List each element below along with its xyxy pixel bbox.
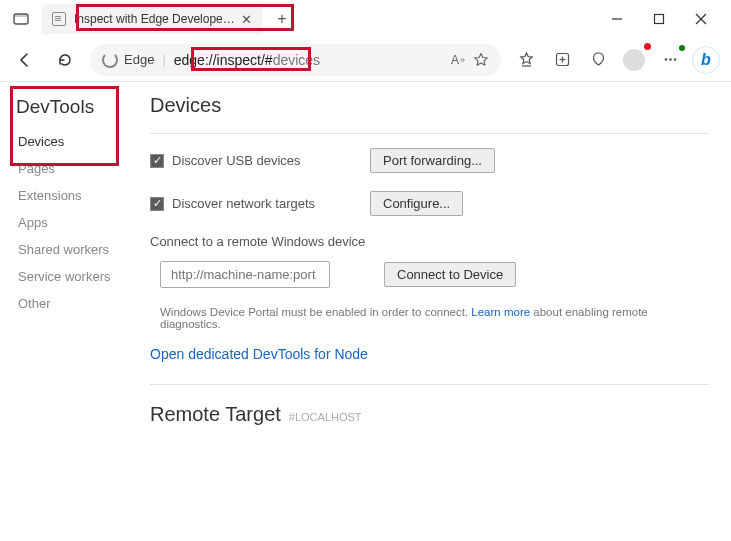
sidebar-item-other[interactable]: Other bbox=[16, 290, 136, 317]
divider bbox=[150, 384, 709, 385]
sidebar-item-pages[interactable]: Pages bbox=[16, 155, 136, 182]
url-text: edge://inspect/#devices bbox=[174, 52, 443, 68]
sidebar-item-extensions[interactable]: Extensions bbox=[16, 182, 136, 209]
bing-chat-button[interactable]: b bbox=[691, 45, 721, 75]
remote-windows-heading: Connect to a remote Windows device bbox=[150, 234, 709, 249]
discover-usb-checkbox[interactable] bbox=[150, 154, 164, 168]
sidebar-item-shared-workers[interactable]: Shared workers bbox=[16, 236, 136, 263]
more-menu-button[interactable] bbox=[655, 45, 685, 75]
connect-device-button[interactable]: Connect to Device bbox=[384, 262, 516, 287]
reading-mode-icon[interactable]: A» bbox=[451, 53, 465, 67]
maximize-button[interactable] bbox=[647, 7, 671, 31]
port-forwarding-button[interactable]: Port forwarding... bbox=[370, 148, 495, 173]
page-favicon-icon bbox=[52, 12, 66, 26]
collections-icon[interactable] bbox=[547, 45, 577, 75]
portal-note: Windows Device Portal must be enabled in… bbox=[150, 306, 709, 330]
tab-title: Inspect with Edge Developer To bbox=[74, 12, 238, 26]
avatar-icon bbox=[623, 49, 645, 71]
close-tab-icon[interactable]: ✕ bbox=[238, 11, 254, 27]
sidebar-item-service-workers[interactable]: Service workers bbox=[16, 263, 136, 290]
back-button[interactable] bbox=[10, 45, 40, 75]
page-content: DevTools Devices Pages Extensions Apps S… bbox=[0, 82, 731, 541]
remote-address-input[interactable] bbox=[160, 261, 330, 288]
notification-dot-icon bbox=[644, 43, 651, 50]
window-controls bbox=[605, 7, 723, 31]
open-node-devtools-link[interactable]: Open dedicated DevTools for Node bbox=[150, 346, 709, 362]
favorite-star-icon[interactable] bbox=[473, 52, 489, 68]
discover-network-label: Discover network targets bbox=[172, 196, 362, 211]
update-dot-icon bbox=[679, 45, 685, 51]
edge-logo-icon bbox=[102, 52, 118, 68]
minimize-button[interactable] bbox=[605, 7, 629, 31]
main-panel: Devices Discover USB devices Port forwar… bbox=[140, 82, 731, 541]
tabs-overview-icon[interactable] bbox=[8, 6, 34, 32]
browser-essentials-icon[interactable] bbox=[583, 45, 613, 75]
page-title: Devices bbox=[150, 94, 709, 117]
sidebar: DevTools Devices Pages Extensions Apps S… bbox=[0, 82, 140, 541]
configure-button[interactable]: Configure... bbox=[370, 191, 463, 216]
divider bbox=[150, 133, 709, 134]
remote-target-heading: Remote Target #LOCALHOST bbox=[150, 403, 709, 426]
toolbar: Edge | edge://inspect/#devices A» b bbox=[0, 38, 731, 82]
discover-usb-label: Discover USB devices bbox=[172, 153, 362, 168]
refresh-button[interactable] bbox=[50, 45, 80, 75]
new-tab-button[interactable]: + bbox=[268, 5, 296, 33]
remote-target-hash: #LOCALHOST bbox=[289, 411, 362, 423]
titlebar: Inspect with Edge Developer To ✕ + bbox=[0, 0, 731, 38]
edge-scheme-indicator: Edge bbox=[102, 52, 154, 68]
learn-more-link[interactable]: Learn more bbox=[471, 306, 530, 318]
edge-label: Edge bbox=[124, 52, 154, 67]
browser-tab[interactable]: Inspect with Edge Developer To ✕ bbox=[42, 4, 262, 34]
bing-logo-icon: b bbox=[701, 51, 711, 69]
profile-avatar[interactable] bbox=[619, 45, 649, 75]
close-window-button[interactable] bbox=[689, 7, 713, 31]
sidebar-item-devices[interactable]: Devices bbox=[16, 128, 136, 155]
separator: | bbox=[162, 52, 165, 67]
discover-network-checkbox[interactable] bbox=[150, 197, 164, 211]
svg-rect-3 bbox=[655, 15, 664, 24]
address-bar[interactable]: Edge | edge://inspect/#devices A» bbox=[90, 44, 501, 76]
svg-rect-1 bbox=[14, 14, 28, 17]
favorites-icon[interactable] bbox=[511, 45, 541, 75]
svg-point-12 bbox=[673, 58, 676, 61]
svg-point-11 bbox=[669, 58, 672, 61]
svg-point-10 bbox=[664, 58, 667, 61]
sidebar-title: DevTools bbox=[16, 96, 136, 118]
sidebar-item-apps[interactable]: Apps bbox=[16, 209, 136, 236]
